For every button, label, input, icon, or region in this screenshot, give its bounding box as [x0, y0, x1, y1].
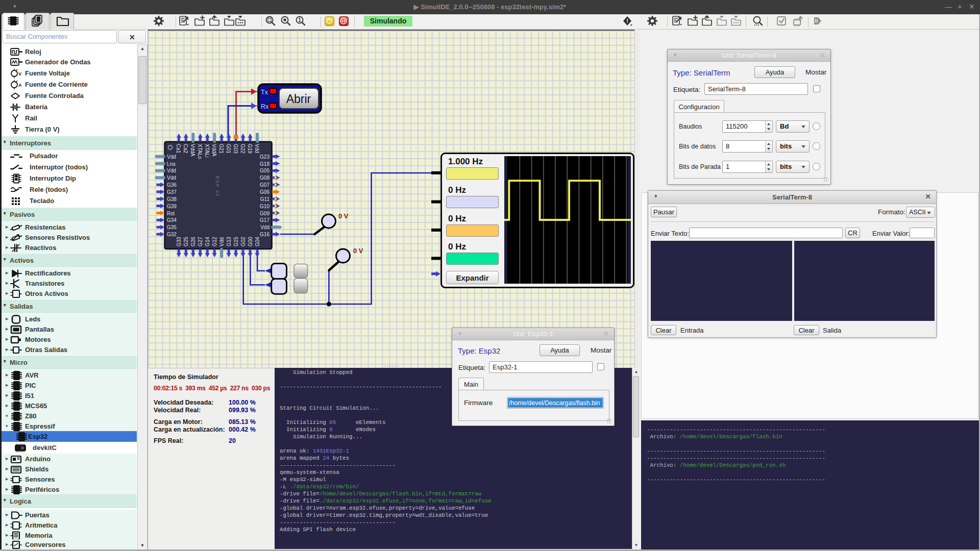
svg-text:G06: G06 [260, 189, 270, 195]
svg-text:G35: G35 [167, 224, 177, 230]
svg-text:G10: G10 [260, 204, 270, 209]
svg-text:G11: G11 [260, 196, 270, 202]
svg-text:Vdd: Vdd [219, 237, 225, 246]
svg-text:G17: G17 [260, 217, 270, 223]
svg-text:!: ! [626, 18, 628, 24]
svg-text:G33: G33 [176, 237, 182, 246]
svg-text:0 V: 0 V [338, 212, 349, 220]
svg-text:G04: G04 [255, 237, 260, 246]
svg-text:G32: G32 [167, 232, 177, 237]
svg-text:G16: G16 [260, 232, 270, 237]
svg-text:Rx: Rx [261, 103, 269, 110]
svg-text:Lna: Lna [167, 161, 176, 167]
svg-text:G09: G09 [260, 211, 270, 216]
svg-text:Vdd: Vdd [167, 168, 176, 173]
svg-text:G23: G23 [260, 154, 270, 160]
svg-text:G12: G12 [212, 237, 217, 246]
svg-text:XTALo: XTALo [197, 144, 203, 159]
svg-text:1: 1 [298, 17, 301, 23]
svg-text:Vdd: Vdd [254, 144, 260, 153]
svg-text:G15: G15 [233, 237, 239, 246]
svg-text:Rst: Rst [167, 211, 175, 216]
svg-text:G07: G07 [260, 182, 270, 188]
svg-text:Ca2: Ca2 [183, 144, 188, 154]
svg-text:G14: G14 [205, 237, 210, 246]
svg-text:Abrir: Abrir [286, 92, 311, 106]
svg-text:G19: G19 [247, 144, 253, 154]
svg-text:V: V [18, 71, 21, 77]
svg-text:G21: G21 [218, 144, 224, 154]
svg-text:A: A [18, 83, 22, 88]
svg-text:Vdd: Vdd [167, 175, 176, 181]
svg-text:0 V: 0 V [353, 247, 363, 255]
svg-text:G08: G08 [260, 175, 270, 181]
svg-text:G27: G27 [198, 237, 203, 246]
svg-text:ESP 32: ESP 32 [215, 176, 220, 197]
svg-text:Tx: Tx [261, 89, 268, 96]
svg-text:G37: G37 [167, 189, 177, 195]
svg-text:G03: G03 [233, 144, 238, 154]
svg-text:G25: G25 [183, 237, 189, 246]
svg-text:Ca1: Ca1 [176, 144, 181, 154]
svg-text:G01: G01 [226, 144, 231, 154]
svg-text:G39: G39 [167, 204, 177, 209]
svg-text:G26: G26 [190, 237, 196, 246]
svg-text:G00: G00 [248, 237, 253, 246]
svg-text:G38: G38 [167, 196, 177, 202]
svg-text:VddA: VddA [211, 144, 217, 157]
svg-text:G05: G05 [260, 168, 270, 173]
svg-text:G13: G13 [226, 237, 232, 246]
svg-text:G18: G18 [260, 161, 270, 167]
svg-text:XTALi: XTALi [204, 144, 210, 158]
svg-text:Vdd: Vdd [167, 154, 176, 160]
svg-text:VddA: VddA [190, 144, 195, 157]
svg-text:G36: G36 [167, 182, 177, 188]
svg-text:G34: G34 [167, 217, 177, 223]
svg-text:G02: G02 [240, 237, 246, 246]
svg-text:Vdd: Vdd [260, 224, 270, 230]
svg-text:G22: G22 [240, 144, 246, 154]
